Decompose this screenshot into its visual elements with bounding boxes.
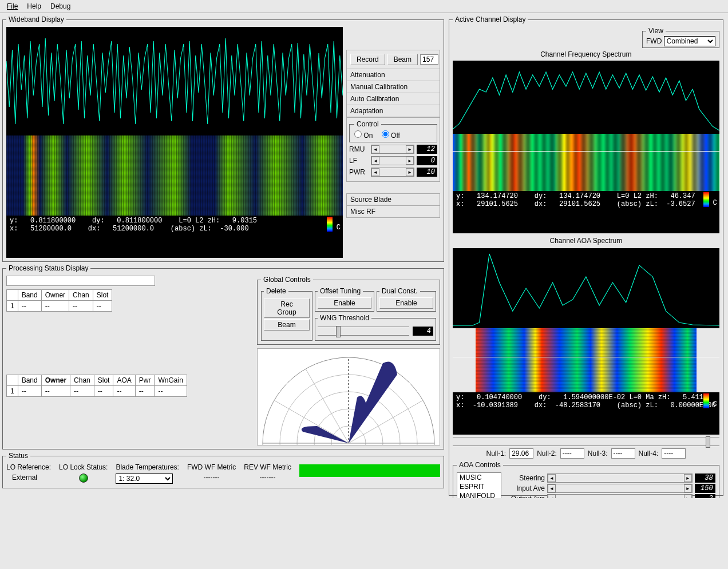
- adaptation-item[interactable]: Adaptation: [346, 105, 440, 117]
- steering-slider[interactable]: ◄►: [547, 473, 693, 483]
- blade-temp-label: Blade Temperatures:: [116, 463, 179, 471]
- channel-aoa-waterfall[interactable]: [476, 328, 697, 392]
- freq-readout: y: 134.174720 dy: 134.174720 L=0 L2 zH: …: [453, 191, 719, 233]
- manual-calibration-item[interactable]: Manual Calibration: [346, 81, 440, 93]
- algorithm-listbox[interactable]: MUSIC ESPRIT MANIFOLD: [457, 472, 501, 498]
- rev-wf-label: REV WF Metric: [244, 463, 291, 471]
- source-blade-item[interactable]: Source Blade: [346, 193, 440, 206]
- colormap-icon: [703, 192, 709, 207]
- beam-value-input[interactable]: [420, 54, 438, 65]
- active-channel-display: Active Channel Display View FWD Combined…: [449, 15, 723, 496]
- output-ave-slider[interactable]: ◄►: [547, 494, 693, 498]
- lf-slider[interactable]: ◄►: [371, 156, 414, 165]
- menu-debug[interactable]: Debug: [47, 1, 74, 11]
- table-row: 1 -- -- -- -- -- -- --: [7, 386, 187, 397]
- null2-input[interactable]: [560, 448, 584, 459]
- svg-line-7: [274, 400, 349, 443]
- lo-reference-value: External: [6, 473, 51, 482]
- processing-caption: [6, 276, 155, 286]
- polar-beam-plot[interactable]: [257, 348, 440, 445]
- colormap-icon: [327, 217, 333, 232]
- fwd-wf-value: -------: [187, 473, 236, 482]
- colormap-icon: [703, 393, 709, 408]
- freq-spectrum-title: Channel Frequency Spectrum: [453, 50, 719, 58]
- wideband-spectrum-plot[interactable]: [6, 27, 343, 136]
- rmu-value: 12: [417, 145, 437, 154]
- input-ave-value: 150: [695, 484, 715, 493]
- lo-reference-label: LO Reference:: [6, 463, 51, 471]
- wideband-legend: Wideband Display: [6, 15, 66, 23]
- lf-value: 0: [417, 156, 437, 165]
- lo-lock-label: LO Lock Status:: [59, 463, 108, 471]
- table-row: 1 -- -- -- --: [7, 301, 112, 312]
- fwd-wf-label: FWD WF Metric: [187, 463, 236, 471]
- view-select[interactable]: Combined: [664, 36, 715, 46]
- status-panel: Status LO Reference: External LO Lock St…: [2, 452, 444, 488]
- steering-value: 38: [695, 473, 715, 483]
- processing-legend: Processing Status Display: [6, 264, 90, 272]
- control-legend: Control: [354, 120, 381, 128]
- channel-freq-spectrum[interactable]: [453, 61, 719, 134]
- null1-input[interactable]: [509, 448, 533, 459]
- offset-enable-button[interactable]: Enable: [318, 297, 371, 309]
- status-indicator-bar: [299, 464, 440, 477]
- auto-calibration-item[interactable]: Auto Calibration: [346, 93, 440, 105]
- lf-label: LF: [349, 157, 369, 165]
- pwr-label: PWR: [349, 168, 369, 176]
- null3-input[interactable]: [611, 448, 635, 459]
- delete-beam-button[interactable]: Beam: [264, 319, 310, 331]
- misc-rf-item[interactable]: Misc RF: [346, 205, 440, 218]
- aoa-range-slider[interactable]: [453, 437, 719, 446]
- menubar: File Help Debug: [0, 0, 728, 13]
- channel-freq-waterfall[interactable]: [453, 134, 719, 191]
- rmu-slider[interactable]: ◄►: [371, 145, 414, 154]
- pwr-value: 10: [417, 168, 437, 177]
- aoa-spectrum-title: Channel AOA Spectrum: [453, 237, 719, 245]
- null4-input[interactable]: [662, 448, 686, 459]
- menu-file[interactable]: File: [3, 1, 21, 11]
- rev-wf-value: -------: [244, 473, 291, 482]
- blade-temp-select[interactable]: 1: 32.0: [116, 473, 173, 484]
- wideband-display: Wideband Display y: 0.811800000 dy: 0.81…: [2, 15, 444, 262]
- processing-table-1[interactable]: Band Owner Chan Slot 1 -- -- -- --: [6, 289, 112, 312]
- lo-lock-led-icon: [79, 473, 88, 483]
- wng-value: 4: [413, 327, 433, 336]
- beam-button[interactable]: Beam: [387, 54, 418, 65]
- input-ave-slider[interactable]: ◄►: [547, 484, 693, 493]
- wng-slider[interactable]: [318, 327, 409, 336]
- view-fwd-label: FWD: [646, 37, 662, 45]
- attenuation-item[interactable]: Attenuation: [346, 69, 440, 81]
- processing-table-2[interactable]: Band Owner Chan Slot AOA Pwr WnGain 1 --…: [6, 375, 187, 397]
- rmu-label: RMU: [349, 145, 369, 153]
- wideband-waterfall[interactable]: [6, 136, 343, 216]
- processing-status-display: Processing Status Display Band Owner Cha…: [2, 264, 444, 449]
- rec-group-button[interactable]: Rec Group: [264, 299, 310, 318]
- pwr-slider[interactable]: ◄►: [371, 168, 414, 177]
- dual-enable-button[interactable]: Enable: [379, 297, 433, 309]
- control-on-radio[interactable]: On: [354, 132, 373, 140]
- channel-aoa-spectrum[interactable]: [453, 248, 719, 328]
- aoa-readout: y: 0.104740000 dy: 1.594000000E-02 L=0 M…: [453, 392, 719, 435]
- menu-help[interactable]: Help: [23, 1, 45, 11]
- output-ave-value: 2: [695, 494, 715, 498]
- record-button[interactable]: Record: [350, 54, 385, 65]
- wideband-readout: y: 0.811800000 dy: 0.811800000 L=0 L2 zH…: [6, 216, 343, 258]
- control-off-radio[interactable]: Off: [382, 132, 400, 140]
